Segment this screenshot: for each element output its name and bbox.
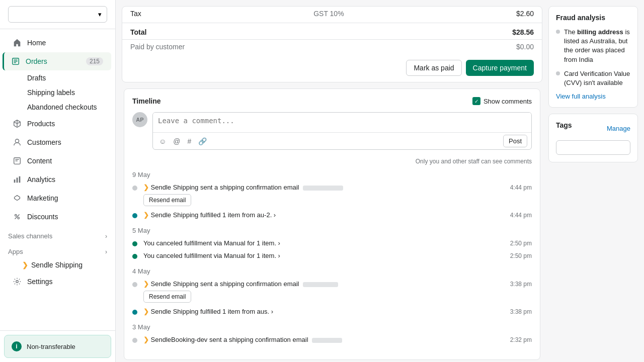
sidebar-item-shipping-labels[interactable]: Shipping labels bbox=[4, 85, 111, 100]
timeline-date-4may: 4 May bbox=[132, 267, 532, 275]
tags-manage-link[interactable]: Manage bbox=[607, 125, 630, 132]
sidebar-item-sendle-shipping[interactable]: ❯ Sendle Shipping bbox=[4, 258, 111, 272]
comment-toolbar: ☺ @ # 🔗 Post bbox=[153, 132, 531, 149]
products-label: Products bbox=[27, 120, 55, 128]
total-amount: $28.56 bbox=[512, 28, 534, 36]
sidebar: ▾ Home Orders 215 Drafts Shipping labels… bbox=[0, 0, 116, 362]
blurred-text bbox=[312, 338, 342, 343]
tax-row: Tax GST 10% $2.60 bbox=[122, 7, 542, 21]
view-full-analysis-link[interactable]: View full analysis bbox=[556, 93, 630, 100]
mention-icon[interactable]: @ bbox=[171, 136, 182, 146]
fraud-analysis-card: Fraud analysis The billing address is li… bbox=[548, 6, 638, 108]
link-icon[interactable]: 🔗 bbox=[196, 136, 209, 146]
sidebar-item-analytics[interactable]: Analytics bbox=[4, 170, 111, 189]
discounts-label: Discounts bbox=[27, 213, 58, 221]
timeline-time: 3:38 pm bbox=[510, 308, 532, 315]
avatar: AP bbox=[132, 112, 147, 127]
non-transferable-label: Non-transferable bbox=[27, 343, 75, 350]
timeline-date-5may: 5 May bbox=[132, 227, 532, 234]
timeline-item: ❯ Sendle Shipping sent a shipping confir… bbox=[132, 184, 532, 206]
sidebar-item-customers[interactable]: Customers bbox=[4, 133, 111, 151]
timeline-section: Timeline ✓ Show comments AP ☺ bbox=[124, 88, 540, 360]
apps-chevron-icon: › bbox=[105, 248, 107, 255]
sidebar-item-products[interactable]: Products bbox=[4, 115, 111, 133]
store-selector[interactable]: ▾ bbox=[0, 0, 115, 29]
tax-label: Tax bbox=[130, 10, 141, 18]
settings-icon bbox=[12, 277, 22, 287]
timeline-text: ❯ Sendle Shipping sent a shipping confir… bbox=[143, 280, 506, 288]
timeline-time: 4:44 pm bbox=[510, 212, 532, 219]
home-label: Home bbox=[27, 39, 46, 47]
drafts-label: Drafts bbox=[27, 74, 46, 82]
main-wrapper: Tax GST 10% $2.60 Total $28.56 Paid by c… bbox=[116, 0, 644, 362]
svg-point-11 bbox=[15, 215, 17, 217]
sidebar-item-orders[interactable]: Orders 215 bbox=[3, 52, 111, 70]
sidebar-bottom: i Non-transferable bbox=[0, 330, 115, 362]
sendle-logo-icon: ❯ bbox=[143, 184, 149, 191]
resend-email-button[interactable]: Resend email bbox=[143, 194, 191, 206]
timeline-item: ❯ Sendle Shipping fulfilled 1 item from … bbox=[132, 308, 532, 315]
timeline-item: You canceled fulfillment via Manual for … bbox=[132, 239, 532, 247]
hashtag-icon[interactable]: # bbox=[186, 136, 194, 146]
svg-point-12 bbox=[18, 217, 20, 219]
timeline-dot bbox=[132, 310, 137, 315]
products-icon bbox=[12, 119, 22, 129]
sales-channels-chevron-icon: › bbox=[105, 233, 107, 240]
fraud-dot-2 bbox=[556, 71, 560, 75]
svg-rect-9 bbox=[17, 177, 18, 183]
emoji-icon[interactable]: ☺ bbox=[157, 136, 168, 146]
comment-input[interactable] bbox=[153, 113, 531, 131]
sidebar-item-content[interactable]: Content bbox=[4, 152, 111, 170]
sidebar-item-home[interactable]: Home bbox=[4, 34, 111, 52]
fraud-dot-1 bbox=[556, 30, 560, 34]
mark-as-paid-button[interactable]: Mark as paid bbox=[406, 60, 461, 76]
timeline-item: You canceled fulfillment via Manual for … bbox=[132, 252, 532, 259]
analytics-label: Analytics bbox=[27, 175, 55, 184]
resend-email-button-2[interactable]: Resend email bbox=[143, 291, 191, 303]
right-panel: Fraud analysis The billing address is li… bbox=[548, 0, 644, 362]
fraud-text-2: Card Verification Value (CVV) isn't avai… bbox=[564, 69, 630, 87]
sidebar-item-marketing[interactable]: Marketing bbox=[4, 189, 111, 207]
sendle-icon: ❯ bbox=[22, 261, 28, 269]
show-comments-toggle[interactable]: ✓ Show comments bbox=[472, 97, 532, 105]
svg-line-13 bbox=[15, 215, 20, 219]
fraud-item-1: The billing address is listed as Austral… bbox=[556, 28, 630, 64]
total-label: Total bbox=[130, 28, 146, 36]
timeline-group-5may: 5 May You canceled fulfillment via Manua… bbox=[132, 227, 532, 259]
sidebar-item-drafts[interactable]: Drafts bbox=[4, 71, 111, 85]
sidebar-item-abandoned-checkouts[interactable]: Abandoned checkouts bbox=[4, 100, 111, 114]
sidebar-item-discounts[interactable]: Discounts bbox=[4, 208, 111, 226]
sidebar-item-settings[interactable]: Settings bbox=[4, 273, 111, 291]
apps-section[interactable]: Apps › bbox=[0, 242, 115, 257]
discounts-icon bbox=[12, 212, 22, 222]
marketing-label: Marketing bbox=[27, 194, 58, 202]
home-icon bbox=[12, 38, 22, 48]
dropdown-chevron-icon: ▾ bbox=[98, 11, 102, 18]
action-buttons: Mark as paid Capture payment bbox=[122, 54, 542, 82]
panels-wrapper: Tax GST 10% $2.60 Total $28.56 Paid by c… bbox=[116, 0, 644, 362]
tags-title: Tags bbox=[556, 121, 572, 129]
timeline-dot bbox=[132, 338, 137, 343]
timeline-content: You canceled fulfillment via Manual for … bbox=[143, 252, 532, 259]
orders-icon bbox=[11, 56, 21, 66]
paid-amount: $0.00 bbox=[516, 43, 534, 51]
timeline-group-4may: 4 May ❯ Sendle Shipping sent a shipping … bbox=[132, 267, 532, 315]
shipping-labels-label: Shipping labels bbox=[27, 88, 75, 97]
post-button[interactable]: Post bbox=[503, 135, 527, 147]
store-dropdown[interactable]: ▾ bbox=[8, 6, 107, 23]
content-label: Content bbox=[27, 157, 52, 165]
show-comments-checkbox[interactable]: ✓ bbox=[472, 97, 480, 105]
capture-payment-button[interactable]: Capture payment bbox=[466, 60, 534, 76]
timeline-row: ❯ SendleBooking-dev sent a shipping conf… bbox=[143, 336, 532, 343]
sales-channels-label: Sales channels bbox=[8, 232, 52, 240]
sales-channels-section[interactable]: Sales channels › bbox=[0, 226, 115, 242]
timeline-row: You canceled fulfillment via Manual for … bbox=[143, 252, 532, 259]
tags-input[interactable] bbox=[556, 140, 630, 155]
non-transferable-banner[interactable]: i Non-transferable bbox=[4, 335, 111, 358]
timeline-dot bbox=[132, 186, 137, 191]
timeline-content: ❯ SendleBooking-dev sent a shipping conf… bbox=[143, 336, 532, 343]
orders-label: Orders bbox=[26, 57, 47, 65]
timeline-date-3may: 3 May bbox=[132, 323, 532, 331]
fraud-item-2: Card Verification Value (CVV) isn't avai… bbox=[556, 69, 630, 87]
tags-header: Tags Manage bbox=[556, 121, 630, 135]
